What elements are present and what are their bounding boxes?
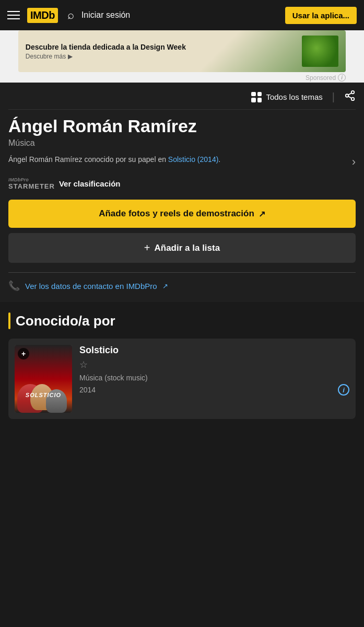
starmeter-link[interactable]: Ver clasificación: [59, 179, 121, 188]
person-bio: Ángel Román Ramírez conocido por su pape…: [8, 154, 220, 165]
known-for-section: Conocido/a por SOLSTICIO + Solsticio ☆ M…: [0, 302, 364, 429]
person-name: Ángel Román Ramírez: [8, 116, 356, 136]
topics-button[interactable]: Todos los temas: [251, 92, 322, 102]
ad-title: Descubre la tienda dedicada a la Design …: [26, 43, 297, 51]
main-content: Todos los temas | Ángel Román Ramírez Mú…: [0, 83, 364, 302]
ad-banner-inner[interactable]: Descubre la tienda dedicada a la Design …: [18, 30, 346, 72]
movie-card: SOLSTICIO + Solsticio ☆ Música (stock mu…: [8, 339, 356, 419]
starmeter-main-label: STARMETER: [8, 182, 55, 190]
hamburger-menu-icon[interactable]: [7, 11, 20, 19]
separator: [8, 272, 356, 273]
person-role: Música: [8, 138, 356, 148]
movie-role: Música (stock music): [79, 374, 349, 382]
add-list-button[interactable]: + Añadir a la lista: [8, 233, 356, 263]
topics-button-label: Todos los temas: [266, 92, 322, 101]
imdb-logo: IMDb: [27, 8, 58, 23]
vertical-divider: |: [332, 91, 335, 103]
add-list-label: Añadir a la lista: [155, 243, 220, 253]
share-icon[interactable]: [344, 90, 356, 104]
ad-text-block: Descubre la tienda dedicada a la Design …: [26, 43, 297, 60]
starmeter-pro-label: IMDbPro: [8, 177, 29, 182]
app-header: IMDb ⌕ Iniciar sesión Usar la aplica...: [0, 0, 364, 30]
movie-star-row: ☆: [79, 359, 349, 370]
plus-icon: +: [144, 242, 150, 254]
starmeter-row: IMDbPro STARMETER Ver clasificación: [8, 177, 356, 190]
bio-suffix: .: [218, 155, 220, 164]
bio-row: Ángel Román Ramírez conocido por su pape…: [8, 154, 356, 169]
use-app-button[interactable]: Usar la aplica...: [285, 7, 357, 24]
phone-icon: 📞: [8, 280, 20, 292]
section-title: Conocido/a por: [16, 313, 115, 329]
sponsored-info-icon[interactable]: i: [338, 74, 346, 82]
add-demo-label: Añade fotos y reels de demostración: [99, 208, 254, 219]
topics-row: Todos los temas |: [8, 90, 356, 110]
movie-info-icon[interactable]: i: [338, 384, 349, 396]
signin-button[interactable]: Iniciar sesión: [81, 10, 278, 20]
sponsored-label: Sponsored: [306, 74, 336, 82]
poster-add-button[interactable]: +: [18, 348, 29, 359]
grid-icon: [251, 92, 262, 102]
search-icon[interactable]: ⌕: [67, 8, 74, 22]
movie-year: 2014: [79, 386, 96, 394]
ad-subtitle: Descubre más ▶: [26, 53, 297, 60]
bio-prefix: Ángel Román Ramírez conocido por su pape…: [8, 155, 168, 164]
add-demo-button[interactable]: Añade fotos y reels de demostración ↗: [8, 200, 356, 228]
section-title-row: Conocido/a por: [8, 312, 356, 329]
poster-title: SOLSTICIO: [15, 392, 72, 398]
starmeter-label-block: IMDbPro STARMETER: [8, 177, 55, 190]
yellow-bar-decoration: [8, 312, 10, 329]
contact-link-label: Ver los datos de contacto en IMDbPro: [25, 282, 157, 291]
external-link-icon: ↗: [259, 209, 265, 219]
contact-link[interactable]: 📞 Ver los datos de contacto en IMDbPro ↗: [8, 280, 356, 302]
movie-title: Solsticio: [79, 345, 349, 356]
bio-link[interactable]: Solsticio (2014): [168, 155, 219, 164]
star-icon: ☆: [79, 359, 88, 370]
svg-line-3: [348, 96, 351, 98]
movie-poster: SOLSTICIO +: [15, 345, 72, 413]
movie-info: Solsticio ☆ Música (stock music) 2014 i: [79, 345, 349, 396]
svg-line-4: [348, 93, 351, 95]
sponsored-row: Sponsored i: [18, 72, 346, 83]
ad-image: [302, 36, 338, 67]
external-link-icon-contact: ↗: [162, 282, 168, 290]
chevron-right-icon[interactable]: ›: [352, 155, 356, 169]
ad-banner: Descubre la tienda dedicada a la Design …: [0, 30, 364, 83]
movie-year-row: 2014 i: [79, 384, 349, 396]
